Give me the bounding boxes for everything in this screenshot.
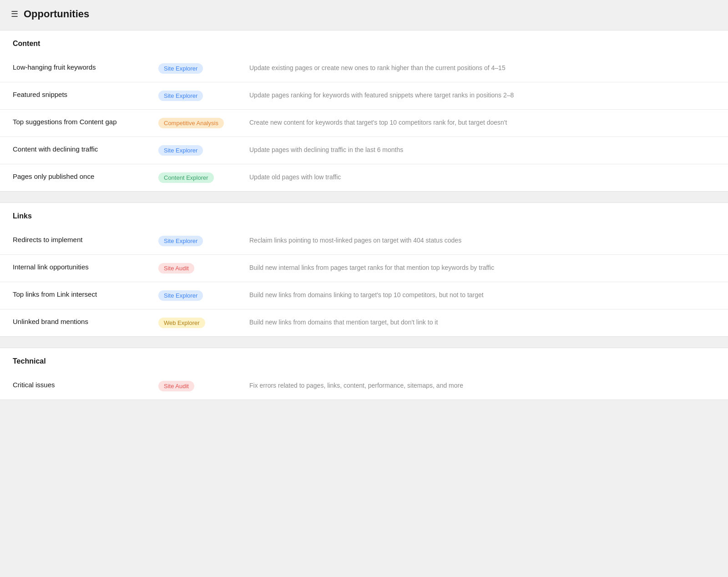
tool-badge: Site Explorer xyxy=(158,63,203,74)
tool-badge: Content Explorer xyxy=(158,172,214,183)
section-links: LinksRedirects to implementSite Explorer… xyxy=(0,202,728,337)
row-name: Top links from Link intersect xyxy=(0,282,146,309)
tool-badge: Site Explorer xyxy=(158,290,203,301)
row-name: Top suggestions from Content gap xyxy=(0,110,146,137)
row-badge-cell: Site Explorer xyxy=(146,82,237,110)
tool-badge: Competitive Analysis xyxy=(158,118,224,128)
row-name: Low-hanging fruit keywords xyxy=(0,55,146,82)
table-row: Pages only published onceContent Explore… xyxy=(0,164,728,192)
tool-badge: Site Explorer xyxy=(158,145,203,156)
row-description: Build new internal links from pages targ… xyxy=(237,255,728,282)
table-row: Critical issuesSite AuditFix errors rela… xyxy=(0,373,728,400)
menu-icon[interactable]: ☰ xyxy=(11,9,18,19)
row-badge-cell: Site Audit xyxy=(146,373,237,400)
row-badge-cell: Site Explorer xyxy=(146,55,237,82)
row-badge-cell: Competitive Analysis xyxy=(146,110,237,137)
row-badge-cell: Site Audit xyxy=(146,255,237,282)
row-description: Reclaim links pointing to most-linked pa… xyxy=(237,228,728,255)
table-content: Low-hanging fruit keywordsSite ExplorerU… xyxy=(0,55,728,191)
tool-badge: Site Audit xyxy=(158,381,194,391)
row-badge-cell: Site Explorer xyxy=(146,137,237,164)
table-row: Unlinked brand mentionsWeb ExplorerBuild… xyxy=(0,309,728,337)
section-technical: TechnicalCritical issuesSite AuditFix er… xyxy=(0,348,728,400)
table-row: Top links from Link intersectSite Explor… xyxy=(0,282,728,309)
row-name: Internal link opportunities xyxy=(0,255,146,282)
tool-badge: Site Audit xyxy=(158,263,194,273)
table-technical: Critical issuesSite AuditFix errors rela… xyxy=(0,373,728,400)
table-row: Top suggestions from Content gapCompetit… xyxy=(0,110,728,137)
section-header-content: Content xyxy=(0,30,728,55)
section-header-technical: Technical xyxy=(0,348,728,373)
table-row: Low-hanging fruit keywordsSite ExplorerU… xyxy=(0,55,728,82)
tool-badge: Site Explorer xyxy=(158,91,203,101)
row-description: Update existing pages or create new ones… xyxy=(237,55,728,82)
row-name: Featured snippets xyxy=(0,82,146,110)
row-badge-cell: Site Explorer xyxy=(146,228,237,255)
tool-badge: Web Explorer xyxy=(158,318,205,328)
row-name: Unlinked brand mentions xyxy=(0,309,146,337)
row-description: Build new links from domains linking to … xyxy=(237,282,728,309)
row-description: Build new links from domains that mentio… xyxy=(237,309,728,337)
table-row: Content with declining trafficSite Explo… xyxy=(0,137,728,164)
tool-badge: Site Explorer xyxy=(158,236,203,246)
section-header-links: Links xyxy=(0,203,728,228)
row-name: Pages only published once xyxy=(0,164,146,192)
row-name: Content with declining traffic xyxy=(0,137,146,164)
table-row: Featured snippetsSite ExplorerUpdate pag… xyxy=(0,82,728,110)
row-description: Update pages with declining traffic in t… xyxy=(237,137,728,164)
row-badge-cell: Site Explorer xyxy=(146,282,237,309)
row-description: Fix errors related to pages, links, cont… xyxy=(237,373,728,400)
table-row: Redirects to implementSite ExplorerRecla… xyxy=(0,228,728,255)
table-links: Redirects to implementSite ExplorerRecla… xyxy=(0,228,728,336)
row-name: Critical issues xyxy=(0,373,146,400)
row-name: Redirects to implement xyxy=(0,228,146,255)
section-content: ContentLow-hanging fruit keywordsSite Ex… xyxy=(0,30,728,192)
page-header: ☰ Opportunities xyxy=(0,0,728,26)
row-description: Update pages ranking for keywords with f… xyxy=(237,82,728,110)
table-row: Internal link opportunitiesSite AuditBui… xyxy=(0,255,728,282)
page-title: Opportunities xyxy=(24,8,89,20)
row-description: Update old pages with low traffic xyxy=(237,164,728,192)
row-badge-cell: Content Explorer xyxy=(146,164,237,192)
row-badge-cell: Web Explorer xyxy=(146,309,237,337)
row-description: Create new content for keywords that tar… xyxy=(237,110,728,137)
